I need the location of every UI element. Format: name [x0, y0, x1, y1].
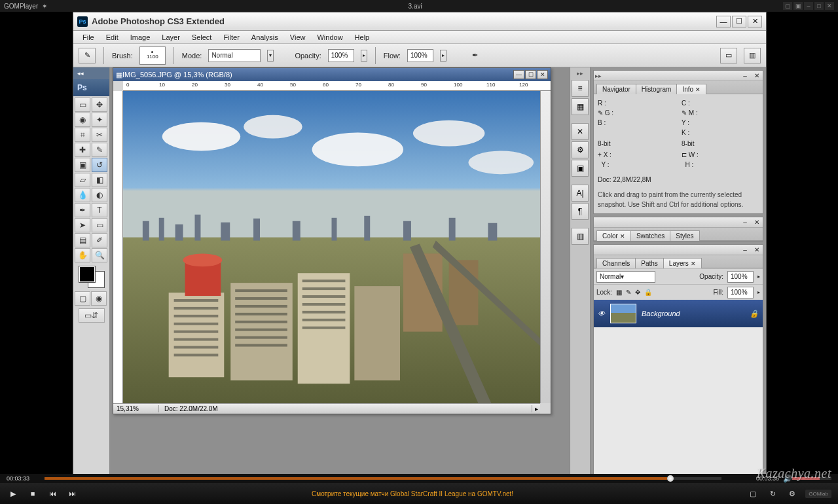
shape-tool[interactable]: ▭ [92, 218, 107, 232]
pen-tool[interactable]: ✒ [75, 203, 90, 217]
flow-arrow-icon[interactable]: ▸ [440, 50, 446, 62]
ruler-horizontal[interactable]: 0 10 20 30 40 50 60 70 80 90 100 110 120 [123, 81, 551, 91]
document-titlebar[interactable]: ▦ IMG_5056.JPG @ 15,3% (RGB/8) — ☐ ✕ [113, 68, 551, 81]
dock-para-icon[interactable]: ¶ [572, 203, 589, 220]
doc-close[interactable]: ✕ [537, 70, 548, 79]
panel-close-icon[interactable]: ✕ [751, 72, 763, 79]
ps-minimize-button[interactable]: — [716, 16, 731, 27]
layer-name[interactable]: Background [642, 310, 680, 317]
dock-tools-icon[interactable]: ✕ [572, 123, 589, 140]
history-brush-tool[interactable]: ↺ [92, 158, 107, 172]
zoom-display[interactable]: 15,31% [113, 405, 159, 412]
layer-opacity-input[interactable]: 100% [727, 271, 754, 283]
color-panel-close[interactable]: ✕ [751, 219, 763, 226]
foreground-color[interactable] [79, 266, 95, 282]
standard-mode-icon[interactable]: ▢ [75, 291, 90, 306]
slice-tool[interactable]: ✂ [92, 128, 107, 142]
ps-titlebar[interactable]: Ps Adobe Photoshop CS3 Extended — ☐ ✕ [73, 12, 766, 31]
path-select-tool[interactable]: ➤ [75, 218, 90, 232]
seek-track[interactable] [45, 477, 721, 480]
notes-tool[interactable]: ▤ [75, 233, 90, 247]
tab-styles[interactable]: Styles [670, 230, 699, 241]
mode-dropdown-icon[interactable]: ▾ [267, 50, 274, 62]
layers-panel-min[interactable]: – [739, 246, 751, 253]
tab-layers[interactable]: Layers✕ [663, 258, 702, 268]
canvas[interactable] [123, 91, 540, 403]
menu-layer[interactable]: Layer [156, 32, 185, 43]
panel-collapse-icon[interactable]: ▸▸ [594, 73, 603, 79]
dock-char-icon[interactable]: A| [572, 185, 589, 202]
play-button[interactable]: ▶ [7, 487, 20, 500]
zoom-tool[interactable]: 🔍 [92, 248, 107, 262]
airbrush-icon[interactable]: ✒ [466, 48, 483, 63]
doc-minimize[interactable]: — [513, 70, 524, 79]
tab-histogram[interactable]: Histogram [636, 84, 678, 94]
blur-tool[interactable]: 💧 [75, 188, 90, 202]
wand-tool[interactable]: ✦ [92, 113, 107, 127]
menu-view[interactable]: View [285, 32, 311, 43]
stop-button[interactable]: ■ [26, 487, 39, 500]
panel-min-icon[interactable]: – [739, 72, 751, 79]
opacity-input[interactable]: 100% [328, 49, 354, 62]
ruler-vertical[interactable] [113, 91, 123, 403]
eraser-tool[interactable]: ▱ [75, 173, 90, 187]
layer-thumbnail[interactable] [610, 304, 636, 323]
scrollbar-vertical[interactable] [540, 91, 551, 403]
screen-mode-icon[interactable]: ▭⇵ [79, 308, 105, 323]
gom-minimize[interactable]: – [804, 2, 813, 10]
menu-select[interactable]: Select [187, 32, 217, 43]
layer-fill-input[interactable]: 100% [727, 287, 754, 298]
dodge-tool[interactable]: ◐ [92, 188, 107, 202]
layer-row-background[interactable]: 👁 Background 🔒 [594, 300, 763, 327]
marquee-tool[interactable]: ▭ [75, 98, 90, 112]
gom-btn-a[interactable]: ▢ [783, 2, 792, 10]
gomlab-tag[interactable]: GOMlab [805, 490, 831, 498]
control-a[interactable]: ▢ [746, 487, 759, 500]
ps-maximize-button[interactable]: ☐ [732, 16, 746, 27]
tab-info[interactable]: Info✕ [676, 84, 706, 94]
tab-color[interactable]: Color✕ [596, 230, 631, 241]
hand-tool[interactable]: ✋ [75, 248, 90, 262]
tool-preset-picker[interactable]: ✎ [79, 48, 96, 63]
dock-brushes-icon[interactable]: ▦ [572, 98, 589, 115]
dock-comp-icon[interactable]: ▣ [572, 160, 589, 177]
seek-knob[interactable] [667, 475, 674, 482]
gradient-tool[interactable]: ◧ [92, 173, 107, 187]
doc-maximize[interactable]: ☐ [525, 70, 536, 79]
next-button[interactable]: ⏭ [65, 487, 79, 500]
gom-close[interactable]: ✕ [825, 2, 834, 10]
tab-channels[interactable]: Channels [596, 258, 636, 268]
prev-button[interactable]: ⏮ [46, 487, 59, 500]
opacity-arrow-icon[interactable]: ▸ [361, 50, 367, 62]
eyedropper-tool[interactable]: ✐ [92, 233, 107, 247]
color-panel-min[interactable]: – [739, 219, 751, 226]
tab-swatches[interactable]: Swatches [630, 230, 670, 241]
volume-icon[interactable]: 🔊 [783, 475, 792, 483]
crop-tool[interactable]: ⌗ [75, 128, 90, 142]
marquee-text[interactable]: Смотрите текущие матчи Global StarCraft … [85, 490, 740, 497]
menu-edit[interactable]: Edit [101, 32, 124, 43]
dock-sliders-icon[interactable]: ≡ [572, 80, 589, 97]
menu-analysis[interactable]: Analysis [246, 32, 283, 43]
quickmask-mode-icon[interactable]: ◉ [91, 291, 107, 306]
settings-icon[interactable]: ✶ [42, 3, 47, 10]
strip-collapse[interactable]: ▸▸ [570, 70, 590, 79]
toolbox-collapse[interactable]: ◂◂ [73, 67, 109, 79]
lasso-tool[interactable]: ◉ [75, 113, 90, 127]
tab-paths[interactable]: Paths [635, 258, 664, 268]
lock-move-icon[interactable]: ✥ [635, 289, 640, 296]
lock-all-icon[interactable]: 🔒 [644, 289, 652, 296]
gom-maximize[interactable]: □ [814, 2, 824, 10]
blend-mode-select[interactable]: Normal ▾ [596, 271, 655, 283]
palette-toggle-icon[interactable]: ▭ [720, 48, 737, 63]
dock-clone-icon[interactable]: ⚙ [572, 141, 589, 158]
move-tool[interactable]: ✥ [92, 98, 107, 112]
brush-tool[interactable]: ✎ [92, 143, 107, 157]
menu-filter[interactable]: Filter [218, 32, 244, 43]
healing-tool[interactable]: ✚ [75, 143, 90, 157]
workspace-icon[interactable]: ▥ [744, 48, 761, 63]
menu-window[interactable]: Window [312, 32, 348, 43]
dock-actions-icon[interactable]: ▥ [572, 228, 589, 245]
mode-select[interactable]: Normal [208, 49, 261, 62]
control-c[interactable]: ⚙ [786, 487, 799, 500]
